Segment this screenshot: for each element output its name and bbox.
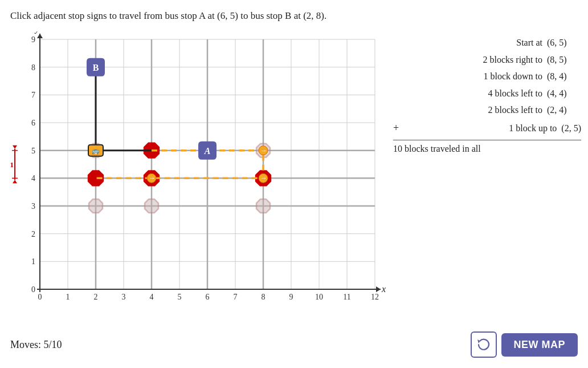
step1-row: 2 blocks right to (8, 5) [393, 51, 581, 68]
step5-label: 1 block up to [401, 120, 561, 137]
bottom-bar: Moves: 5/10 NEW MAP [10, 331, 578, 358]
step5-row: + 1 block up to (2, 5) [393, 119, 581, 138]
plus-sign: + [393, 119, 399, 138]
info-panel: Start at (6, 5) 2 blocks right to (8, 5)… [393, 34, 581, 154]
refresh-icon [476, 337, 491, 352]
step4-row: 2 blocks left to (2, 4) [393, 102, 581, 119]
step5-coord: (2, 5) [561, 120, 581, 137]
total-row: 10 blocks traveled in all [393, 144, 581, 154]
step1-label: 2 blocks right to [393, 51, 547, 68]
step4-label: 2 blocks left to [393, 102, 547, 119]
step3-coord: (4, 4) [547, 85, 581, 102]
step2-row: 1 block down to (8, 4) [393, 68, 581, 85]
step3-row: 4 blocks left to (4, 4) [393, 85, 581, 102]
step2-coord: (8, 4) [547, 68, 581, 85]
step4-coord: (2, 4) [547, 102, 581, 119]
divider [393, 140, 581, 140]
graph-area [10, 31, 386, 311]
grid-canvas [10, 31, 386, 311]
moves-text: Moves: 5/10 [10, 339, 62, 351]
start-label: Start at [393, 34, 547, 51]
step3-label: 4 blocks left to [393, 85, 547, 102]
start-coord: (6, 5) [547, 34, 581, 51]
step2-label: 1 block down to [393, 68, 547, 85]
refresh-button[interactable] [471, 331, 497, 358]
instruction-text: Click adjacent stop signs to travel from… [10, 10, 326, 22]
bottom-buttons: NEW MAP [471, 331, 578, 358]
start-row: Start at (6, 5) [393, 34, 581, 51]
step1-coord: (8, 5) [547, 51, 581, 68]
new-map-button[interactable]: NEW MAP [501, 333, 578, 357]
